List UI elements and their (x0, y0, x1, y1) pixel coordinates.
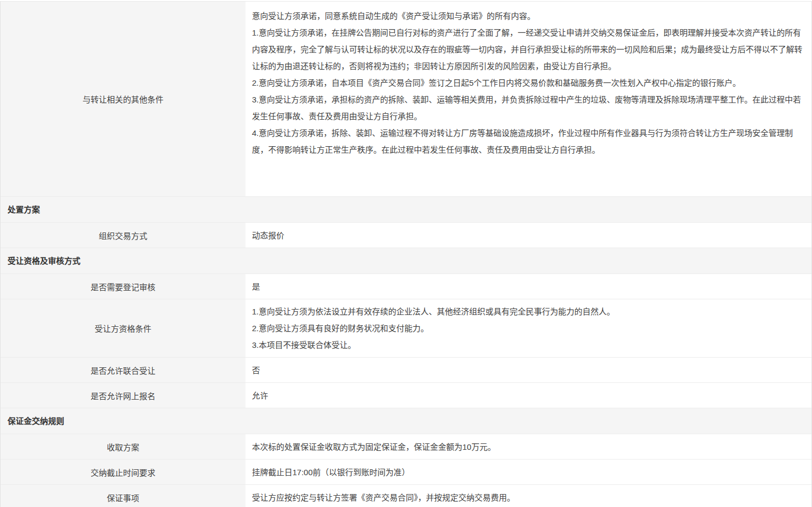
field-value: 挂牌截止日17:00前（以银行到账时间为准） (245, 460, 811, 484)
field-label: 是否需要登记审核 (1, 274, 245, 299)
field-label: 与转让相关的其他条件 (1, 2, 245, 196)
field-row-trade-organization-method: 组织交易方式 动态报价 (1, 222, 811, 248)
field-row-deposit-collection-plan: 收取方案 本次标的处置保证金收取方式为固定保证金，保证金金额为10万元。 (1, 434, 811, 459)
field-value: 是 (245, 274, 811, 299)
field-label: 是否允许联合受让 (1, 358, 245, 382)
field-label: 是否允许网上报名 (1, 383, 245, 408)
field-row-transferee-qualification-conditions: 受让方资格条件 1.意向受让方须为依法设立并有效存续的企业法人、其他经济组织或具… (1, 299, 811, 357)
section-header-row-deposit-payment-rules: 保证金交纳规则 (1, 408, 811, 434)
field-value-paragraph: 1.意向受让方须为依法设立并有效存续的企业法人、其他经济组织或具有完全民事行为能… (252, 303, 803, 320)
field-value-paragraph: 1.意向受让方须承诺，在挂牌公告期间已自行对标的资产进行了全面了解，一经递交受让… (252, 24, 803, 74)
field-value-paragraph: 是 (252, 278, 803, 295)
field-row-guarantee-matters: 保证事项 受让方应按约定与转让方签署《资产交易合同》，并按规定交纳交易费用。 (1, 484, 811, 507)
field-value-paragraph: 4.意向受让方须承诺，拆除、装卸、运输过程不得对转让方厂房等基础设施造成损坏，作… (252, 125, 803, 158)
field-label-text: 受让方资格条件 (94, 323, 151, 334)
field-value-paragraph: 2.意向受让方须具有良好的财务状况和支付能力。 (252, 320, 803, 337)
field-row-joint-transfer-allowed: 是否允许联合受让 否 (1, 357, 811, 382)
field-label-text: 是否需要登记审核 (91, 281, 155, 292)
field-label-text: 交纳截止时间要求 (91, 467, 155, 478)
field-row-online-registration-allowed: 是否允许网上报名 允许 (1, 382, 811, 408)
field-label: 收取方案 (1, 434, 245, 459)
field-value: 动态报价 (245, 223, 811, 248)
field-value-paragraph: 3.意向受让方须承诺，承担标的资产的拆除、装卸、运输等相关费用，并负责拆除过程中… (252, 91, 803, 125)
field-label-text: 收取方案 (107, 441, 139, 453)
field-label-text: 与转让相关的其他条件 (83, 93, 163, 105)
field-value: 否 (245, 358, 811, 382)
field-value-paragraph: 动态报价 (252, 227, 803, 244)
field-label: 交纳截止时间要求 (1, 460, 245, 484)
field-label-text: 组织交易方式 (99, 230, 147, 241)
field-label: 保证事项 (1, 485, 245, 507)
field-row-payment-deadline-requirement: 交纳截止时间要求 挂牌截止日17:00前（以银行到账时间为准） (1, 459, 811, 484)
field-value-paragraph: 2.意向受让方须承诺，自本项目《资产交易合同》签订之日起5个工作日内将交易价款和… (252, 74, 803, 91)
section-header-row-disposal-plan: 处置方案 (1, 196, 811, 222)
field-value-paragraph: 受让方应按约定与转让方签署《资产交易合同》，并按规定交纳交易费用。 (252, 489, 803, 506)
field-row-registration-review-required: 是否需要登记审核 是 (1, 273, 811, 299)
field-label-text: 保证事项 (107, 492, 139, 503)
field-label: 受让方资格条件 (1, 299, 245, 357)
field-label-text: 是否允许联合受让 (91, 365, 155, 376)
listing-detail-table: 与转让相关的其他条件 意向受让方须承诺，同意系统自动生成的《资产受让须知与承诺》… (0, 1, 812, 507)
field-row-other-transfer-conditions: 与转让相关的其他条件 意向受让方须承诺，同意系统自动生成的《资产受让须知与承诺》… (1, 2, 811, 196)
field-value: 本次标的处置保证金收取方式为固定保证金，保证金金额为10万元。 (245, 434, 811, 459)
section-header-row-transferee-qualification-review: 受让资格及审核方式 (1, 248, 811, 273)
field-value-paragraph: 允许 (252, 387, 803, 404)
section-title: 受让资格及审核方式 (8, 256, 80, 265)
field-value: 1.意向受让方须为依法设立并有效存续的企业法人、其他经济组织或具有完全民事行为能… (245, 299, 811, 357)
field-label-text: 是否允许网上报名 (91, 390, 155, 401)
section-title: 处置方案 (8, 205, 40, 214)
field-value: 允许 (245, 383, 811, 408)
field-value-paragraph: 本次标的处置保证金收取方式为固定保证金，保证金金额为10万元。 (252, 439, 803, 455)
field-label: 组织交易方式 (1, 223, 245, 248)
field-value-paragraph: 3.本项目不接受联合体受让。 (252, 337, 803, 353)
field-value-paragraph: 否 (252, 362, 803, 379)
field-value: 受让方应按约定与转让方签署《资产交易合同》，并按规定交纳交易费用。 (245, 485, 811, 507)
field-value-paragraph: 意向受让方须承诺，同意系统自动生成的《资产受让须知与承诺》的所有内容。 (252, 8, 803, 24)
section-title: 保证金交纳规则 (8, 416, 64, 426)
field-value: 意向受让方须承诺，同意系统自动生成的《资产受让须知与承诺》的所有内容。 1.意向… (245, 2, 811, 196)
field-value-paragraph: 挂牌截止日17:00前（以银行到账时间为准） (252, 464, 803, 481)
